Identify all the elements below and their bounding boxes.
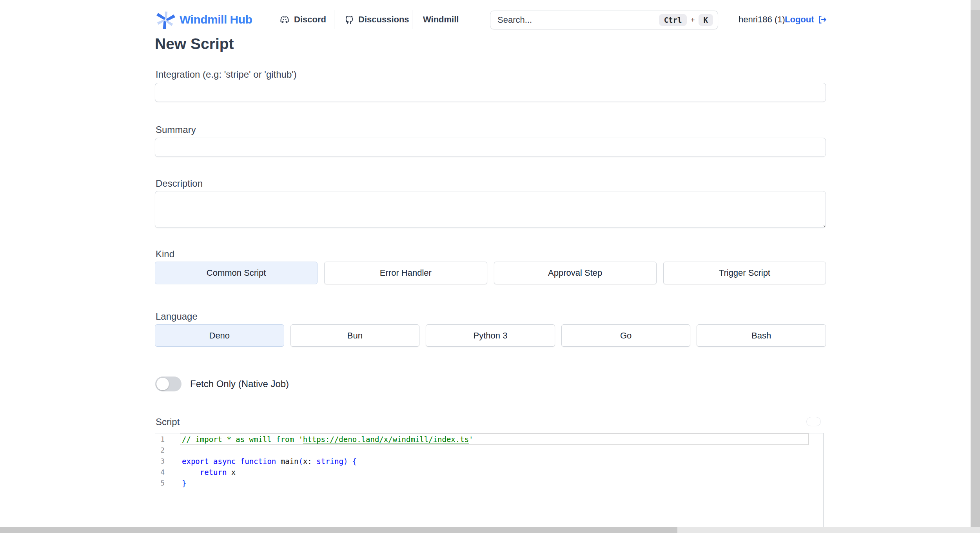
kind-label: Kind (156, 249, 174, 260)
language-button-group: Deno Bun Python 3 Go Bash (155, 324, 826, 347)
language-label: Language (156, 311, 198, 322)
integration-input[interactable] (155, 83, 826, 102)
line-number: 2 (155, 445, 180, 456)
page: Windmill Hub Discord Discussions (0, 0, 980, 533)
script-label: Script (156, 417, 180, 427)
script-editor-toggle[interactable] (806, 417, 821, 426)
kind-error-handler-button[interactable]: Error Handler (324, 262, 487, 284)
description-textarea[interactable] (155, 191, 826, 228)
code-line[interactable]: return x (180, 467, 809, 478)
summary-label: Summary (156, 124, 196, 135)
language-bun-button[interactable]: Bun (290, 324, 420, 347)
summary-input[interactable] (155, 138, 826, 157)
page-vertical-scrollbar[interactable] (971, 0, 980, 527)
line-number: 1 (155, 434, 180, 445)
line-number: 4 (155, 467, 180, 478)
kind-button-group: Common Script Error Handler Approval Ste… (155, 262, 826, 284)
horizontal-scrollbar-thumb[interactable] (0, 527, 677, 533)
language-bash-button[interactable]: Bash (697, 324, 826, 347)
code-line[interactable] (180, 445, 809, 456)
code-line[interactable]: } (180, 478, 809, 489)
line-number: 5 (155, 478, 180, 489)
editor-scrollbar-gutter (809, 433, 809, 533)
integration-label: Integration (e.g: 'stripe' or 'github') (156, 69, 297, 80)
code-line[interactable]: export async function main(x: string) { (180, 456, 809, 467)
fetch-only-row: Fetch Only (Native Job) (155, 377, 289, 391)
line-number: 3 (155, 456, 180, 467)
code-line[interactable]: // import * as wmill from 'https://deno.… (180, 434, 809, 445)
fetch-only-toggle[interactable] (155, 377, 181, 391)
main-content: New Script Integration (e.g: 'stripe' or… (155, 0, 826, 533)
kind-trigger-script-button[interactable]: Trigger Script (663, 262, 826, 284)
fetch-only-label: Fetch Only (Native Job) (190, 378, 289, 389)
description-label: Description (156, 178, 203, 189)
indent-guide-line (182, 468, 182, 477)
kind-common-script-button[interactable]: Common Script (155, 262, 318, 284)
toggle-knob (156, 378, 169, 390)
editor-gutter: 12345 (155, 434, 180, 489)
editor-code-area[interactable]: // import * as wmill from 'https://deno.… (180, 434, 809, 489)
code-editor[interactable]: 12345 // import * as wmill from 'https:/… (155, 433, 824, 533)
language-deno-button[interactable]: Deno (155, 324, 284, 347)
page-horizontal-scrollbar[interactable] (0, 527, 980, 533)
vertical-scrollbar-thumb[interactable] (971, 10, 980, 527)
page-title: New Script (155, 35, 234, 53)
language-python3-button[interactable]: Python 3 (426, 324, 555, 347)
language-go-button[interactable]: Go (561, 324, 691, 347)
kind-approval-step-button[interactable]: Approval Step (494, 262, 657, 284)
